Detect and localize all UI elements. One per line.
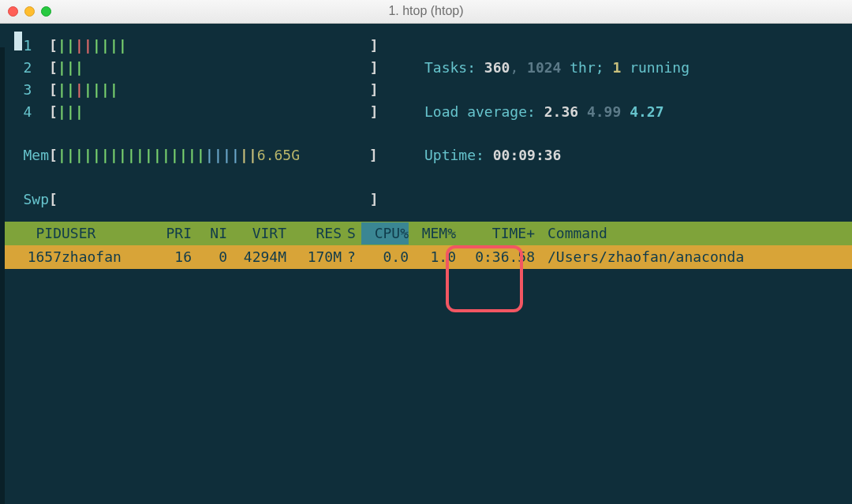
titlebar[interactable]: 1. htop (htop) — [0, 0, 852, 24]
cell-ni: 0 — [192, 246, 227, 268]
col-pri: PRI — [148, 222, 192, 245]
mem-label: Mem — [14, 144, 49, 166]
cpu-meter-2: 2 [||| ] — [0, 57, 410, 79]
terminal-window: 1. htop (htop) 1 [|||||||| ]2 [||| ]3 [|… — [0, 0, 852, 504]
cell-pid: 1657 — [14, 246, 62, 268]
cell-time: 0:36.58 — [456, 246, 535, 268]
minimize-icon[interactable] — [24, 6, 35, 17]
process-table: PID USERPRINIVIRTRESSCPU%MEM%TIME+Comman… — [0, 222, 852, 269]
col-s: S — [342, 222, 361, 245]
cell-mem: 1.0 — [409, 246, 456, 268]
col-cmd: Command — [535, 222, 607, 245]
cpu-meter-4: 4 [||| ] — [0, 101, 410, 123]
load-line: Load average: 2.36 4.99 4.27 — [410, 79, 852, 123]
table-header[interactable]: PID USERPRINIVIRTRESSCPU%MEM%TIME+Comman… — [0, 222, 852, 245]
cpu-meter-1: 1 [|||||||| ] — [0, 35, 410, 57]
left-edge — [0, 47, 5, 504]
terminal-body[interactable]: 1 [|||||||| ]2 [||| ]3 [||||||| ]4 [||| … — [0, 24, 852, 504]
mem-value: 6.65G — [257, 147, 300, 163]
col-cpu: CPU% — [361, 222, 409, 245]
uptime-line: Uptime: 00:09:36 — [410, 123, 852, 167]
window-title: 1. htop (htop) — [0, 2, 852, 21]
swp-label: Swp — [14, 189, 49, 211]
col-user: USER — [62, 222, 148, 245]
cpu-meter-3: 3 [||||||| ] — [0, 79, 410, 101]
col-mem: MEM% — [409, 222, 456, 245]
cell-pri: 16 — [148, 246, 192, 268]
col-virt: VIRT — [227, 222, 286, 245]
maximize-icon[interactable] — [41, 6, 51, 17]
system-info: Tasks: 360, 1024 thr; 1 running Load ave… — [410, 35, 852, 211]
cell-cpu: 0.0 — [361, 246, 409, 268]
meters-left: 1 [|||||||| ]2 [||| ]3 [||||||| ]4 [||| … — [0, 35, 410, 211]
table-row[interactable]: 1657 zhaofan1604294M170M?0.01.00:36.58/U… — [0, 245, 852, 269]
window-controls — [0, 0, 51, 24]
cell-user: zhaofan — [62, 246, 148, 268]
col-ni: NI — [192, 222, 227, 245]
col-time: TIME+ — [456, 222, 535, 245]
cpu-label: 2 — [14, 57, 49, 79]
cell-virt: 4294M — [227, 246, 286, 268]
cpu-label: 3 — [14, 79, 49, 101]
mem-meter: Mem[|||||||||||||||||||||||6.65G ] — [0, 123, 410, 167]
cursor-icon — [14, 32, 22, 50]
close-icon[interactable] — [8, 6, 18, 17]
col-res: RES — [286, 222, 342, 245]
cell-s: ? — [342, 246, 361, 268]
cpu-label: 4 — [14, 101, 49, 123]
col-pid: PID — [14, 222, 62, 245]
swp-meter: Swp[ ] — [0, 166, 410, 211]
cell-cmd: /Users/zhaofan/anaconda — [535, 246, 744, 268]
tasks-line: Tasks: 360, 1024 thr; 1 running — [410, 35, 852, 79]
cell-res: 170M — [286, 246, 342, 268]
